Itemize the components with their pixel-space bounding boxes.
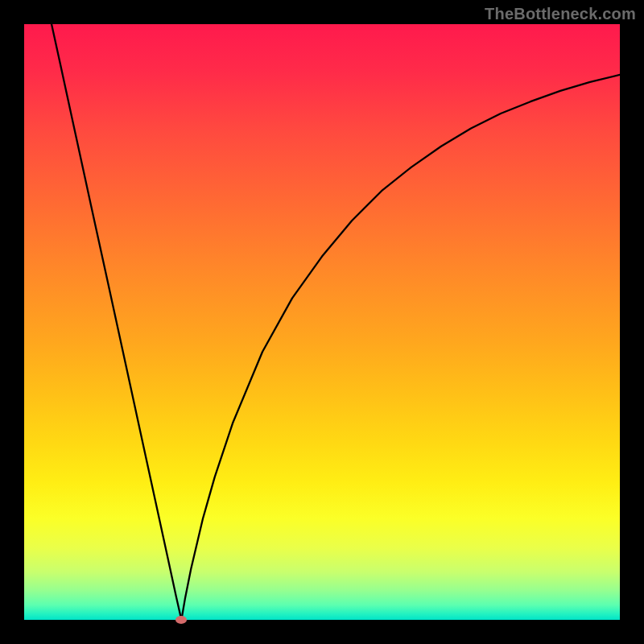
watermark: TheBottleneck.com <box>485 5 636 23</box>
minimum-marker <box>175 616 187 624</box>
plot-area <box>24 24 620 620</box>
chart-container: TheBottleneck.com <box>0 0 644 644</box>
bottleneck-curve <box>24 24 620 620</box>
